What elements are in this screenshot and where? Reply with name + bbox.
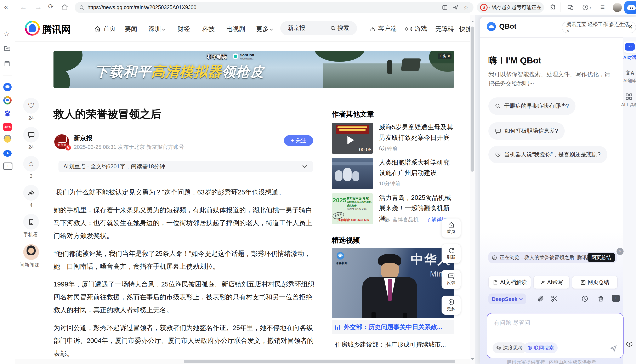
window-icon[interactable] <box>4 60 11 68</box>
info-alert-icon[interactable] <box>626 341 633 348</box>
model-selector[interactable]: DeepSeek <box>488 294 526 304</box>
videos-heading: 精选视频 <box>332 236 360 245</box>
back-icon[interactable]: ← <box>20 4 27 11</box>
ai-translate-icon[interactable]: 文A <box>626 70 634 77</box>
support-headset-icon[interactable] <box>3 136 11 142</box>
browser-assistant-button[interactable] <box>624 1 636 14</box>
nav-item-finance[interactable]: 财经 <box>178 25 190 33</box>
suggestion-chip[interactable]: 当机器人说“我爱你”，是喜剧还是悲剧? <box>488 146 607 163</box>
banner-ad[interactable]: 和平精英 BonBon 腾讯游戏发行人 下载和平 高清模拟器 领枪皮 广告× <box>54 51 454 88</box>
forward-icon[interactable]: → <box>35 4 42 11</box>
phone-icon <box>28 219 34 225</box>
ai-doc-read-button[interactable]: AI文档解读 <box>488 276 531 289</box>
add-panel-icon[interactable]: + <box>3 162 12 170</box>
scrollbar-thumb[interactable] <box>470 26 474 172</box>
extensions-icon[interactable] <box>550 4 556 11</box>
nav-item-tv[interactable]: 电视剧 <box>226 25 245 33</box>
page-summary-button[interactable]: AI 网页总结 <box>572 276 618 289</box>
qq-news-logo[interactable] <box>25 21 40 36</box>
new-chat-icon[interactable]: + <box>612 295 620 302</box>
attach-icon[interactable] <box>537 295 544 302</box>
search-button[interactable]: 搜索 <box>330 24 349 32</box>
horizontal-scrollbar[interactable] <box>15 359 470 364</box>
related-title[interactable]: 人类细胞谱系大科学研究设施在广州启动建设 <box>379 157 454 178</box>
history-icon[interactable] <box>581 295 588 302</box>
favorites-star-icon[interactable]: ☆ <box>4 30 11 37</box>
float-feedback-button[interactable]: 反馈 <box>442 270 460 289</box>
float-more-button[interactable]: 更多 <box>442 296 460 315</box>
site-logo-text[interactable]: 腾讯网 <box>42 23 71 36</box>
close-icon[interactable]: ✕ <box>628 23 633 31</box>
related-thumb-city[interactable] <box>332 158 373 189</box>
rail-chat-label[interactable]: AI对话 <box>621 55 636 60</box>
author-name[interactable]: 新京报 <box>74 134 92 142</box>
bookmark-star-icon[interactable]: ☆ <box>463 4 468 10</box>
send-to-device-icon[interactable] <box>453 4 458 10</box>
suggestion-chip[interactable]: 干眼症的早期症状有哪些? <box>488 98 576 115</box>
hscrollbar-thumb[interactable] <box>184 360 455 363</box>
nav-item-tech[interactable]: 科技 <box>202 25 215 33</box>
xiaohongshu-icon[interactable]: 小红书 <box>3 123 12 131</box>
nav-item-home[interactable]: 首页 <box>94 25 116 33</box>
home-icon[interactable] <box>61 4 68 11</box>
nav-item-news[interactable]: 要闻 <box>125 25 137 33</box>
devices-icon[interactable] <box>567 4 574 11</box>
related-thumb-video[interactable]: 00:08 <box>332 123 373 154</box>
yuanbao-promo-pill[interactable]: 腾讯元宝-轻松工作 多点生活 > <box>562 22 636 33</box>
snip-icon[interactable] <box>550 295 558 302</box>
reader-mode-icon[interactable] <box>442 4 448 10</box>
ai-toolbox-icon[interactable] <box>625 93 633 100</box>
nav-item-shenzhen[interactable]: 深圳 <box>148 25 166 33</box>
float-refresh-button[interactable]: 刷新 <box>442 244 460 263</box>
clock-app-icon[interactable] <box>3 150 12 157</box>
clear-chat-icon[interactable] <box>598 295 604 302</box>
send-icon[interactable] <box>610 345 617 352</box>
collapse-sidebar-icon[interactable]: « <box>4 4 8 10</box>
playlist-item-active[interactable]: 外交部：历史问题事关中日关系政... <box>332 320 454 334</box>
related-thumb-ad[interactable]: 2025 第22届中国(青岛) 国际食品加工和包装机械展览会 2025年6月27… <box>332 193 373 224</box>
mobile-view-button[interactable] <box>23 214 39 230</box>
header-search[interactable]: 搜索 <box>280 21 357 35</box>
accessibility-link[interactable]: 无障碍 <box>435 25 454 33</box>
float-home-button[interactable]: 首页 <box>442 218 460 238</box>
rail-chat-tab[interactable]: ⋯ <box>624 42 636 53</box>
playlist-item[interactable]: 住房城乡建设部：推广形成可持续城市... <box>335 341 454 349</box>
profile-avatar[interactable] <box>613 3 622 12</box>
suggestion-chip[interactable]: 如何打破职场信息差? <box>488 122 565 140</box>
favorite-count: 3 <box>23 173 39 179</box>
url-text[interactable]: https://news.qq.com/rain/a/20250325A01X9… <box>88 4 196 10</box>
summarize-page-button[interactable]: 网页总结 <box>588 253 615 262</box>
follow-button[interactable]: + 关注 <box>284 135 313 146</box>
chat-input[interactable] <box>493 318 615 341</box>
nav-item-more[interactable]: 更多 <box>256 25 273 33</box>
video-player[interactable]: 海客新闻 中华人 Ministr <box>332 248 454 318</box>
web-search-toggle[interactable]: 联网搜索 <box>524 342 558 353</box>
reload-icon[interactable]: ⟳ <box>48 3 54 10</box>
baidu-paw-icon[interactable] <box>3 110 12 118</box>
ai-write-button[interactable]: AI帮写 <box>533 276 570 289</box>
qq-browser-icon[interactable] <box>3 83 12 91</box>
dismiss-browsing-icon[interactable]: × <box>616 248 624 255</box>
page-scrollbar[interactable] <box>470 15 475 364</box>
rail-toolbox-label[interactable]: AI工具箱 <box>621 102 636 108</box>
client-download[interactable]: 客户端 <box>370 25 397 33</box>
search-icon <box>330 26 336 31</box>
ai-summary-bar[interactable]: AI划重点 · 全文约6201字，阅读需18分钟 <box>58 161 313 172</box>
games-link[interactable]: 游戏 <box>406 25 427 33</box>
address-bar[interactable]: https://news.qq.com/rain/a/20250325A01X9… <box>75 2 474 13</box>
share-button[interactable] <box>23 185 39 201</box>
comment-button[interactable] <box>23 127 39 142</box>
deep-think-toggle[interactable]: 深度思考 <box>492 342 526 353</box>
chat-input-box[interactable]: 深度思考 联网搜索 <box>487 313 624 358</box>
menu-icon[interactable]: ≡ <box>600 3 605 11</box>
like-button[interactable]: ♡ <box>23 98 39 114</box>
search-input[interactable] <box>287 24 326 32</box>
rail-translate-label[interactable]: AI翻译 <box>621 78 636 84</box>
search-suggestion-pill[interactable]: S ▾ 钱存越久越亏可能正在 <box>477 2 544 13</box>
favorite-button[interactable]: ☆ <box>23 156 39 172</box>
news-girl-avatar[interactable] <box>23 244 39 260</box>
tencent-news-bell-icon[interactable] <box>3 96 12 104</box>
folder-icon[interactable] <box>4 45 11 52</box>
history-icon[interactable]: ▾ <box>582 4 591 11</box>
ad-badge[interactable]: 广告× <box>438 54 452 59</box>
